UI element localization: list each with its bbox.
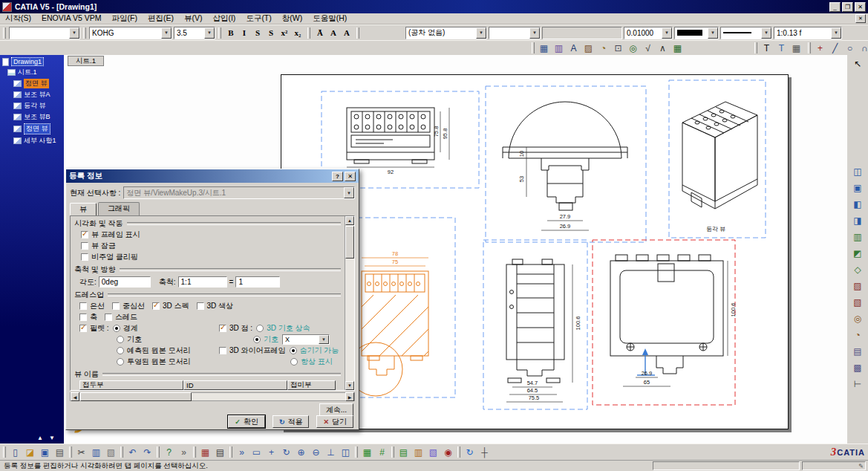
more-button[interactable]: 계속... (319, 403, 353, 416)
datum-table-icon[interactable]: ▦ (789, 42, 803, 54)
axis-system-icon[interactable]: ┼ (477, 446, 492, 458)
table-icon[interactable]: ▦ (670, 42, 685, 54)
menu-2[interactable]: 파일(F) (107, 13, 143, 24)
snap-to-grid-icon[interactable]: # (375, 446, 389, 458)
superscript-button[interactable]: x² (278, 27, 291, 39)
maximize-button[interactable]: ❐ (842, 2, 853, 12)
dialog-ok-button[interactable]: ✓확인 (228, 415, 265, 428)
precision-combo[interactable]: 0.01000▼ (624, 27, 673, 39)
check-3d-points[interactable]: 3D 점 : (219, 323, 252, 334)
strikethrough-button[interactable]: S (251, 27, 264, 39)
tree-item-5[interactable]: 정면 뷰 (0, 123, 64, 135)
view-top-section[interactable]: 10 53 27.9 26.9 (486, 86, 646, 242)
scrollbar-thumb[interactable] (80, 392, 192, 401)
toolbar-handle[interactable] (218, 27, 221, 39)
dimension-analysis-icon[interactable]: ▥ (411, 446, 425, 458)
chevron-down-icon[interactable]: ▼ (529, 27, 540, 39)
undo-icon[interactable]: ↶ (125, 446, 140, 458)
scroll-down-icon[interactable]: ▼ (49, 435, 55, 441)
symbol-combo[interactable]: X▼ (282, 334, 330, 345)
scale-result-input[interactable]: 1 (235, 276, 280, 288)
toolbar-handle[interactable] (457, 446, 460, 458)
open-folder-icon[interactable]: ◪ (23, 446, 37, 458)
scroll-up-icon[interactable]: ▲ (345, 216, 354, 225)
menu-8[interactable]: 도움말(H) (307, 13, 352, 24)
anchor-bottom-button[interactable]: A (340, 27, 353, 39)
chevron-down-icon[interactable]: ▼ (204, 27, 215, 39)
arc-icon[interactable]: ∩ (858, 42, 868, 54)
titlebar[interactable]: CATIA V5 - [Drawing1] _ ❐ ✕ (0, 0, 868, 13)
multi-view-icon[interactable]: ◫ (339, 446, 353, 458)
view-side[interactable]: 100.6 54.7 64.5 75.5 (483, 240, 587, 409)
view-from-3d-icon[interactable]: ◨ (851, 214, 865, 227)
check-3d-colors[interactable]: 3D 색상 (197, 301, 234, 311)
text-with-leader-icon[interactable]: T (774, 42, 789, 54)
line-color-combo[interactable]: ▼ (674, 27, 719, 39)
check-3d-wireframe[interactable]: 3D 와이어프레임 (219, 345, 286, 356)
view-rear-active[interactable]: 100.6 26.9 65 (593, 240, 737, 405)
radio-fillet-boundaries[interactable]: 경계 (113, 323, 138, 334)
chevron-down-icon[interactable]: ▼ (831, 27, 841, 39)
help-icon[interactable]: ? (162, 446, 176, 458)
angle-input[interactable]: 0deg (99, 276, 151, 288)
tab-view[interactable]: 뷰 (70, 203, 97, 216)
font-size-combo[interactable]: 3.5▼ (174, 27, 215, 39)
aligned-section-view-icon[interactable]: ▧ (851, 296, 865, 308)
menu-6[interactable]: 도구(T) (241, 13, 276, 24)
view-selection-frame[interactable] (357, 218, 455, 397)
view-selection-frame[interactable] (669, 80, 766, 238)
table-analysis-icon[interactable]: ▤ (397, 446, 411, 458)
toolbar-handle[interactable] (83, 27, 86, 39)
tree-root-drawing[interactable]: Drawing1 (0, 55, 64, 67)
paste-icon[interactable]: ▧ (104, 446, 118, 458)
radio-fillet-symbolic[interactable]: 기호 (117, 334, 142, 345)
update-views-icon[interactable]: ↻ (463, 446, 477, 458)
radio-can-be-hidden[interactable]: 숨기기 가능 (290, 345, 339, 356)
scroll-down-icon[interactable]: ▼ (345, 381, 354, 390)
pan-icon[interactable]: + (264, 446, 278, 458)
context-help-icon[interactable]: » (177, 446, 191, 458)
dialog-titlebar[interactable]: 등록 정보 ? ✕ (66, 169, 359, 183)
scroll-right-icon[interactable]: ▶ (345, 392, 354, 401)
close-button[interactable]: ✕ (855, 2, 866, 12)
toolbar-handle[interactable] (532, 42, 535, 53)
clipping-view-icon[interactable]: ◔ (851, 328, 865, 341)
fit-all-icon[interactable]: ▭ (249, 446, 264, 458)
document-close-button[interactable]: ✕ (855, 14, 866, 23)
rotate-icon[interactable]: ↻ (279, 446, 293, 458)
datum-feature-icon[interactable]: ⊡ (611, 42, 625, 54)
dialog-help-button[interactable]: ? (332, 172, 343, 181)
text-icon[interactable]: T (760, 42, 774, 54)
auxiliary-view-icon[interactable]: ◩ (851, 247, 865, 259)
front-view-icon[interactable]: ▣ (851, 181, 865, 194)
check-fillets[interactable]: 필렛 : (79, 323, 109, 334)
dimension-tool-icon[interactable]: ⊢ (851, 377, 865, 390)
chevron-down-icon[interactable]: ▼ (476, 27, 486, 39)
weld-symbol-icon[interactable]: ∧ (656, 42, 670, 54)
radio-fillet-projected[interactable]: 투영된 원본 모서리 (117, 357, 191, 367)
roughness-symbol-icon[interactable]: √ (641, 42, 655, 54)
anchor-top-button[interactable]: Ā (313, 27, 327, 39)
menu-4[interactable]: 뷰(V) (179, 13, 208, 24)
radio-3d-symbol[interactable]: 기호 (253, 334, 278, 345)
toolbar-handle[interactable] (391, 446, 394, 458)
dialog-close-button[interactable]: ✕ (345, 172, 356, 181)
check-3d-spec[interactable]: 3D 스펙 (152, 301, 189, 311)
dialog-vertical-scrollbar[interactable]: ▲ ▼ (345, 216, 354, 390)
toolbar-handle[interactable] (355, 446, 358, 458)
line-icon[interactable]: ╱ (828, 42, 842, 54)
tree-item-0[interactable]: 시트.1 (0, 67, 64, 78)
check-axis[interactable]: 축 (79, 312, 97, 322)
dialog-apply-button[interactable]: ↻적용 (273, 415, 310, 428)
tab-graphic[interactable]: 그래픽 (98, 202, 140, 215)
new-document-icon[interactable]: ▯ (8, 446, 22, 458)
toolbar-handle[interactable] (69, 446, 72, 458)
status-tool-field[interactable]: ✎ (802, 461, 866, 470)
check-threads[interactable]: 스레드 (105, 312, 137, 322)
current-selection-combo[interactable]: 정면 뷰/ViewMakeUp.3/시트.1 ▼ (123, 186, 355, 199)
copy-icon[interactable]: ▥ (89, 446, 103, 458)
tree-item-4[interactable]: 보조 뷰B (0, 111, 64, 123)
hatch-pattern-icon[interactable]: ▨ (581, 42, 595, 54)
detail-view-icon[interactable]: ◎ (851, 312, 865, 325)
radio-3d-symbol-inherit[interactable]: 3D 기호 상속 (256, 323, 310, 334)
